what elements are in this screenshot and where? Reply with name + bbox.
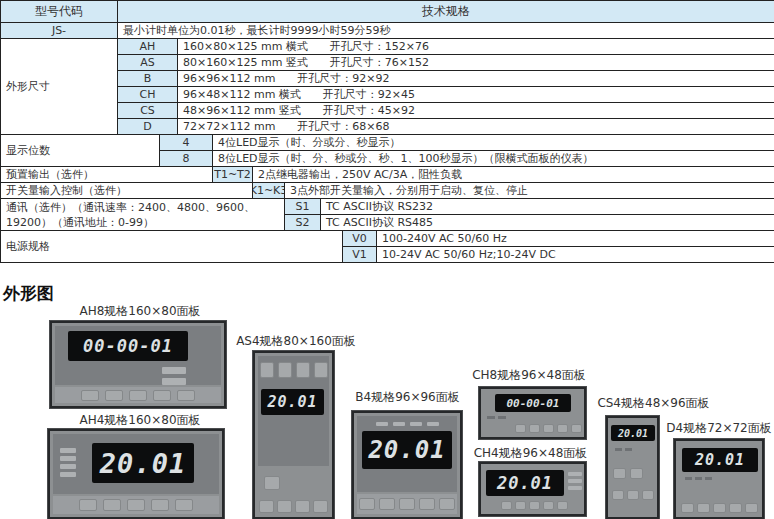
code-dim-as: AS <box>117 54 178 71</box>
code-comm-s1: S1 <box>284 198 321 215</box>
panel-button <box>630 468 643 479</box>
button-strip <box>612 490 653 499</box>
panel-button <box>260 362 274 378</box>
panel-button <box>543 501 554 510</box>
panel-button <box>129 390 147 401</box>
code-dim-d: D <box>117 118 178 135</box>
button-strip <box>613 468 643 478</box>
panel-button <box>359 498 375 510</box>
device-panel-d4: 20.01 <box>674 439 764 519</box>
panel-label-ah4: AH4规格160×80面板 <box>60 412 220 429</box>
led-display: 20.01 <box>362 431 452 469</box>
spec-dim-b: 96×96×112 mm 开孔尺寸：92×92 <box>177 70 774 87</box>
panel-button <box>296 362 310 378</box>
panel-button <box>529 424 540 433</box>
indicator-light <box>427 422 439 426</box>
button-strip <box>680 503 758 512</box>
label-power: 电源规格 <box>0 230 343 263</box>
indicator-light <box>568 472 582 476</box>
led-display: 20.01 <box>486 470 564 496</box>
panel-button <box>277 500 292 513</box>
panel-button <box>379 498 395 510</box>
indicator-light <box>410 422 422 426</box>
header-tech-spec: 技术规格 <box>117 0 774 23</box>
device-panel-b4: 20.01 <box>352 411 462 519</box>
spec-preset-output: 2点继电器输出，250V AC/3A，阻性负载 <box>252 166 774 183</box>
code-power-v1: V1 <box>342 246 377 263</box>
panel-button <box>642 490 654 500</box>
panel-label-ch8: CH8规格96×48面板 <box>468 367 590 384</box>
device-panel-ah8: 00-00-01 <box>50 321 226 408</box>
panel-button <box>697 503 710 513</box>
panel-button <box>79 499 97 511</box>
indicator-mark <box>625 448 632 451</box>
panel-button <box>314 362 328 378</box>
panel-button <box>543 424 554 433</box>
indicator-light <box>60 448 76 453</box>
panel-button <box>399 498 415 510</box>
panel-button <box>278 362 292 378</box>
panel-button <box>175 499 193 511</box>
code-power-v0: V0 <box>342 230 377 247</box>
label-dimensions: 外形尺寸 <box>0 38 118 135</box>
panel-button <box>515 501 526 510</box>
spec-switch-input: 3点外部开关量输入，分别用于启动、复位、停止 <box>284 182 774 199</box>
panel-label-cs4: CS4规格48×96面板 <box>596 395 711 412</box>
indicator-row <box>685 477 712 480</box>
code-comm-s2: S2 <box>284 214 321 231</box>
indicator-light <box>162 378 186 385</box>
panel-button <box>127 499 145 511</box>
code-dim-b: B <box>117 70 178 87</box>
button-strip <box>259 500 328 512</box>
indicator-mark <box>615 448 622 451</box>
panel-button <box>529 501 540 510</box>
button-strip <box>357 494 457 514</box>
indicator-mark <box>695 477 702 480</box>
spec-power-v0: 100-240V AC 50/60 Hz <box>376 230 774 247</box>
panel-button <box>681 503 694 513</box>
panel-button <box>177 390 195 401</box>
panel-button <box>81 390 99 401</box>
spec-dim-ah: 160×80×125 mm 横式 开孔尺寸：152×76 <box>177 38 774 55</box>
code-digits-8: 8 <box>159 150 213 167</box>
panel-label-ch4: CH4规格96×48面板 <box>468 445 593 462</box>
button-strip <box>517 424 579 432</box>
panel-label-ah8: AH8规格160×80面板 <box>60 303 220 320</box>
panel-button <box>259 500 274 513</box>
spec-dim-cs: 48×96×112 mm 竖式 开孔尺寸：45×92 <box>177 102 774 119</box>
indicator-mark <box>498 416 506 419</box>
spec-dim-ch: 96×48×112 mm 横式 开孔尺寸：92×45 <box>177 86 774 103</box>
panel-button <box>571 424 582 433</box>
indicator-row <box>487 416 506 419</box>
indicator-mark <box>487 416 495 419</box>
panel-button <box>557 501 568 510</box>
panel-button <box>151 499 169 511</box>
device-panel-as4: 20.01 <box>253 351 334 519</box>
label-comm: 通讯（选件）（通讯速率：2400、4800、9600、19200）（通讯地址：0… <box>0 198 285 231</box>
spec-digits-4: 4位LED显示（时、分或分、秒显示） <box>212 134 774 151</box>
led-display: 00-00-01 <box>68 331 188 361</box>
panel-button <box>295 500 310 513</box>
device-panel-ah4: 20.01 <box>48 429 224 519</box>
panel-button <box>103 499 121 511</box>
indicator-mark <box>705 477 712 480</box>
label-display-digits: 显示位数 <box>0 134 160 167</box>
led-display: 20.01 <box>261 389 324 415</box>
panel-button <box>745 503 758 513</box>
panel-button <box>627 490 639 500</box>
button-strip <box>55 387 221 403</box>
button-strip <box>53 496 219 514</box>
panel-button <box>105 390 123 401</box>
indicator-light <box>568 479 582 483</box>
spec-comm-s1: TC ASCII协议 RS232 <box>320 198 774 215</box>
indicator-light <box>568 486 582 490</box>
label-preset-output: 预置输出（选件） <box>0 166 213 183</box>
section-title-outline: 外形图 <box>3 282 54 305</box>
panel-button <box>613 468 626 479</box>
cell-model-code: JS- <box>0 22 118 39</box>
header-model-code: 型号代码 <box>0 0 118 23</box>
spec-table: 型号代码 技术规格 JS- 最小计时单位为0.01秒，最长计时9999小时59分… <box>0 0 774 263</box>
panel-button <box>501 501 512 510</box>
panel-button <box>515 424 526 433</box>
panel-button <box>557 424 568 433</box>
